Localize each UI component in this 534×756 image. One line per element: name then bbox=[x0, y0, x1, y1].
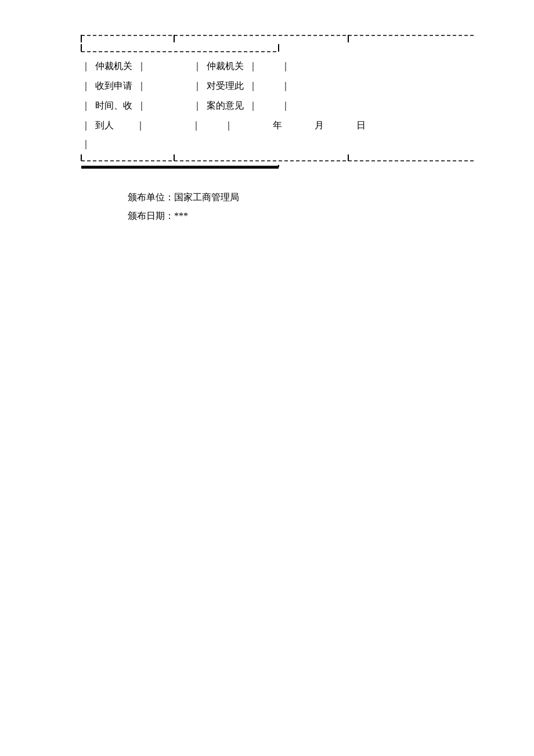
date-value: *** bbox=[174, 211, 188, 221]
vsep-3a: ｜ bbox=[81, 96, 91, 115]
vsep-1b: ｜ bbox=[137, 57, 146, 75]
form-grid: ｜ 仲裁机关 ｜ ｜ 仲裁机关 ｜ ｜ ｜ 收到申请 ｜ ｜ 对受理此 ｜ ｜ … bbox=[81, 35, 476, 171]
content-row-4: ｜ 到人 ｜ ｜ ｜ 年 月 日 bbox=[81, 116, 476, 135]
content-row-2: ｜ 收到申请 ｜ ｜ 对受理此 ｜ ｜ bbox=[81, 77, 476, 95]
vsep-2e: ｜ bbox=[281, 77, 290, 95]
vsep-4b: ｜ bbox=[136, 116, 145, 135]
vsep-4c: ｜ bbox=[192, 116, 201, 135]
vsep-2b: ｜ bbox=[137, 77, 146, 95]
vsep-4d: ｜ bbox=[224, 116, 233, 135]
issuer-line: 颁布单位：国家工商管理局 bbox=[128, 188, 488, 207]
vsep-2d: ｜ bbox=[248, 77, 258, 95]
cell-year: 年 bbox=[268, 116, 287, 135]
vsep-2c: ｜ bbox=[193, 77, 202, 95]
issuer-value: 国家工商管理局 bbox=[174, 192, 239, 202]
cell-3b: 案的意见 bbox=[202, 96, 248, 115]
cell-month: 月 bbox=[310, 116, 329, 135]
top-dashed-line bbox=[81, 35, 476, 43]
cell-4a: 到人 bbox=[91, 116, 118, 135]
content-row-5: ｜ bbox=[81, 136, 476, 152]
vsep-1a: ｜ bbox=[81, 57, 91, 75]
vsep-3c: ｜ bbox=[193, 96, 202, 115]
vsep-5a: ｜ bbox=[81, 136, 91, 152]
cell-2a: 收到申请 bbox=[91, 77, 137, 95]
date-line: 颁布日期：*** bbox=[128, 207, 488, 225]
vsep-3b: ｜ bbox=[137, 96, 146, 115]
date-label: 颁布日期： bbox=[128, 211, 174, 221]
vsep-1e: ｜ bbox=[281, 57, 290, 75]
bottom-solid-line bbox=[81, 165, 476, 171]
second-deco-line bbox=[81, 44, 476, 52]
content-row-3: ｜ 时间、收 ｜ ｜ 案的意见 ｜ ｜ bbox=[81, 96, 476, 115]
content-row-1: ｜ 仲裁机关 ｜ ｜ 仲裁机关 ｜ ｜ bbox=[81, 57, 476, 75]
vsep-2a: ｜ bbox=[81, 77, 91, 95]
vsep-4a: ｜ bbox=[81, 116, 91, 135]
issuer-label: 颁布单位： bbox=[128, 192, 174, 202]
vsep-1d: ｜ bbox=[248, 57, 258, 75]
cell-1b: 仲裁机关 bbox=[202, 57, 248, 75]
cell-2b: 对受理此 bbox=[202, 77, 248, 95]
cell-1a: 仲裁机关 bbox=[91, 57, 137, 75]
vsep-3d: ｜ bbox=[248, 96, 258, 115]
vsep-1c: ｜ bbox=[193, 57, 202, 75]
footer-section: 颁布单位：国家工商管理局 颁布日期：*** bbox=[128, 188, 488, 225]
cell-day: 日 bbox=[352, 116, 370, 135]
bottom-dashed-line bbox=[81, 153, 476, 161]
page: ｜ 仲裁机关 ｜ ｜ 仲裁机关 ｜ ｜ ｜ 收到申请 ｜ ｜ 对受理此 ｜ ｜ … bbox=[0, 0, 534, 756]
vsep-3e: ｜ bbox=[281, 96, 290, 115]
cell-3a: 时间、收 bbox=[91, 96, 137, 115]
